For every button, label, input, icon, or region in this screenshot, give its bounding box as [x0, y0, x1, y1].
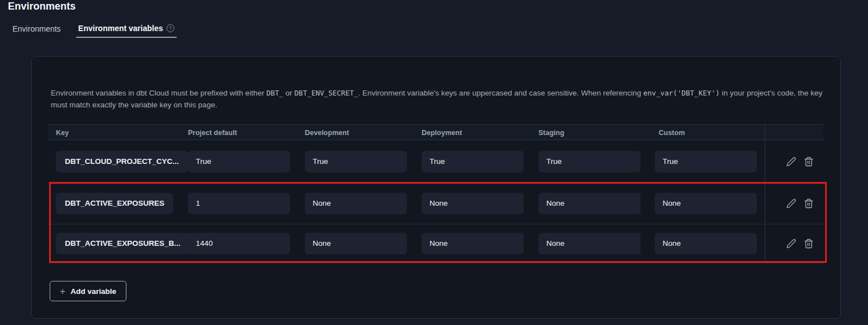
deployment-cell[interactable]: None [422, 233, 524, 254]
project-default-cell[interactable]: True [188, 151, 290, 172]
edit-pencil-icon[interactable] [786, 157, 796, 167]
development-cell[interactable]: None [305, 233, 407, 254]
custom-cell[interactable]: None [655, 193, 757, 214]
development-cell[interactable]: True [305, 151, 407, 172]
custom-cell[interactable]: None [655, 233, 757, 254]
development-cell[interactable]: None [305, 193, 407, 214]
deployment-cell[interactable]: True [422, 151, 524, 172]
environment-variables-table: Key Project default Development Deployme… [48, 124, 823, 263]
code-dbt-env-secret-prefix: DBT_ENV_SECRET_ [295, 89, 358, 97]
tab-environments[interactable]: Environments [12, 23, 61, 38]
description-text: Environment variables in dbt Cloud must … [51, 89, 266, 97]
column-header-development: Development [305, 125, 349, 141]
help-icon[interactable]: ? [166, 24, 174, 32]
table-row: DBT_ACTIVE_EXPOSURES_B... 1440 None None… [48, 224, 823, 263]
custom-cell[interactable]: True [655, 151, 757, 172]
column-header-key: Key [56, 125, 69, 141]
row-actions [786, 157, 814, 167]
page-title: Environments [8, 1, 76, 12]
edit-pencil-icon[interactable] [786, 198, 796, 209]
tab-environment-variables[interactable]: Environment variables? [76, 23, 177, 38]
description-text: or [283, 89, 295, 97]
plus-icon: + [60, 287, 65, 296]
column-header-deployment: Deployment [422, 125, 462, 141]
delete-trash-icon[interactable] [804, 239, 814, 249]
table-row: DBT_ACTIVE_EXPOSURES 1 None None None No… [48, 183, 823, 224]
description-text: . Environment variable's keys are upperc… [358, 89, 643, 97]
variable-key-cell[interactable]: DBT_CLOUD_PROJECT_CYC... [56, 151, 188, 172]
project-default-cell[interactable]: 1440 [188, 233, 290, 254]
column-header-staging: Staging [538, 125, 564, 141]
delete-trash-icon[interactable] [804, 157, 814, 167]
tab-environment-variables-label: Environment variables [78, 24, 163, 33]
variable-key-cell[interactable]: DBT_ACTIVE_EXPOSURES [56, 193, 173, 214]
prefix-description: Environment variables in dbt Cloud must … [51, 88, 823, 111]
row-actions [786, 198, 814, 209]
table-header-row: Key Project default Development Deployme… [48, 124, 823, 140]
add-variable-label: Add variable [71, 287, 116, 296]
variable-key-cell[interactable]: DBT_ACTIVE_EXPOSURES_B... [56, 233, 190, 254]
deployment-cell[interactable]: None [422, 193, 524, 214]
code-env-var-call: env_var('DBT_KEY') [643, 89, 720, 97]
add-variable-button[interactable]: +Add variable [50, 281, 126, 301]
staging-cell[interactable]: True [538, 151, 641, 172]
staging-cell[interactable]: None [538, 193, 641, 214]
column-header-project-default: Project default [188, 125, 237, 141]
delete-trash-icon[interactable] [804, 198, 814, 209]
project-default-cell[interactable]: 1 [188, 193, 290, 214]
tab-bar: Environments Environment variables? [12, 23, 174, 38]
staging-cell[interactable]: None [538, 233, 641, 254]
edit-pencil-icon[interactable] [786, 239, 796, 249]
code-dbt-prefix: DBT_ [266, 89, 283, 97]
table-row: DBT_CLOUD_PROJECT_CYC... True True True … [48, 140, 823, 183]
column-header-custom: Custom [659, 125, 685, 141]
row-actions [786, 239, 814, 249]
